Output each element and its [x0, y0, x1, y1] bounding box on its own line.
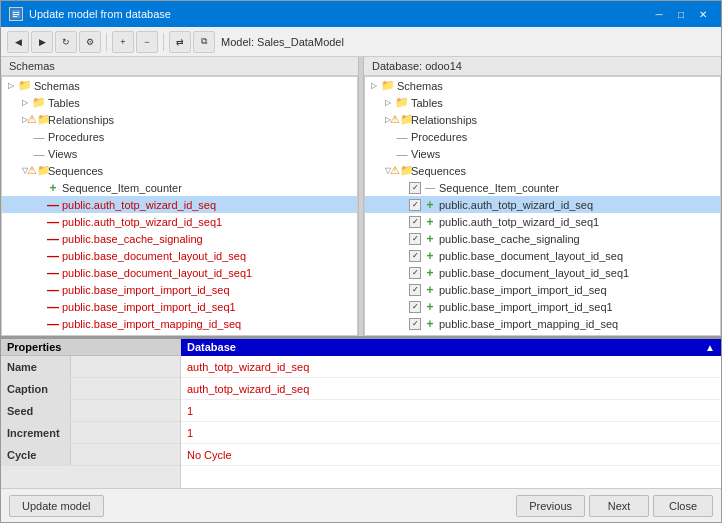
expand-icon: [32, 334, 46, 337]
forward-button[interactable]: ▶: [31, 31, 53, 53]
db-header-expand-icon[interactable]: ▲: [705, 342, 715, 353]
remove-button[interactable]: −: [136, 31, 158, 53]
back-button[interactable]: ◀: [7, 31, 29, 53]
list-item[interactable]: — Procedures: [365, 128, 720, 145]
list-item[interactable]: — public.base_import_import_id_seq1: [2, 298, 357, 315]
list-item[interactable]: ▽ ⚠📁 Sequences: [365, 162, 720, 179]
prop-row-caption: Caption: [1, 378, 180, 400]
folder-icon: 📁: [18, 79, 32, 93]
checkbox[interactable]: ✓: [409, 216, 421, 228]
item-label: public.base_import_import_id_seq1: [439, 301, 613, 313]
expand-icon: [32, 317, 46, 331]
list-item[interactable]: ✓ + public.base_import_mapping_id_seq: [365, 315, 720, 332]
item-label: public.base_import_import_id_seq: [62, 284, 230, 296]
prop-name-value: [71, 365, 180, 369]
list-item[interactable]: ▷ 📁 Schemas: [365, 77, 720, 94]
refresh-button[interactable]: ↻: [55, 31, 77, 53]
checkbox[interactable]: ✓: [409, 284, 421, 296]
expand-icon: [395, 215, 409, 229]
plus-green-icon: +: [423, 317, 437, 331]
prop-row-seed: Seed: [1, 400, 180, 422]
list-item[interactable]: — Views: [365, 145, 720, 162]
prop-increment-label: Increment: [1, 422, 71, 443]
list-item[interactable]: ▷ ⚠📁 Relationships: [365, 111, 720, 128]
list-item[interactable]: ✓ + public.auth_totp_wizard_id_seq: [365, 196, 720, 213]
db-caption-value: auth_totp_wizard_id_seq: [181, 381, 315, 397]
tree-panels: Schemas ▷ 📁 Schemas ▷ 📁 Tables: [1, 57, 721, 338]
list-item[interactable]: ✓ + public.base_import_import_id_seq1: [365, 298, 720, 315]
item-label: Sequences: [411, 165, 466, 177]
item-label: Schemas: [34, 80, 80, 92]
settings-button[interactable]: ⚙: [79, 31, 101, 53]
list-item[interactable]: — public.base_cache_signaling: [2, 230, 357, 247]
right-tree[interactable]: ▷ 📁 Schemas ▷ 📁 Tables ▷ ⚠📁 Relationship…: [364, 76, 721, 336]
list-item[interactable]: — Procedures: [2, 128, 357, 145]
checkbox[interactable]: ✓: [409, 335, 421, 337]
list-item[interactable]: — public.base_import_mapping_id_seq: [2, 315, 357, 332]
list-item[interactable]: ▷ 📁 Tables: [2, 94, 357, 111]
item-label: Tables: [411, 97, 443, 109]
checkbox[interactable]: ✓: [409, 301, 421, 313]
item-label: public.base_cache_signaling: [62, 233, 203, 245]
next-button[interactable]: Next: [589, 495, 649, 517]
copy-button[interactable]: ⧉: [193, 31, 215, 53]
list-item[interactable]: ▷ ⚠📁 Relationships: [2, 111, 357, 128]
list-item[interactable]: — public.base_document_layout_id_seq1: [2, 264, 357, 281]
list-item[interactable]: ✓ + public.base_import_mapping_id_seq1: [365, 332, 720, 336]
list-item[interactable]: — public.base_import_import_id_seq: [2, 281, 357, 298]
left-tree[interactable]: ▷ 📁 Schemas ▷ 📁 Tables ▷ ⚠📁 Relatio: [1, 76, 358, 336]
dash-red-icon: —: [46, 300, 60, 314]
list-item[interactable]: + Sequence_Item_counter: [2, 179, 357, 196]
list-item[interactable]: ✓ + public.base_import_import_id_seq: [365, 281, 720, 298]
prop-cycle-value: [71, 453, 180, 457]
list-item[interactable]: — Views: [2, 145, 357, 162]
footer: Update model Previous Next Close: [1, 488, 721, 522]
add-button[interactable]: +: [112, 31, 134, 53]
checkbox[interactable]: ✓: [409, 199, 421, 211]
list-item[interactable]: — public.auth_totp_wizard_id_seq: [2, 196, 357, 213]
dash-red-icon: —: [46, 334, 60, 337]
close-button[interactable]: ✕: [693, 5, 713, 23]
list-item[interactable]: ✓ + public.base_document_layout_id_seq1: [365, 264, 720, 281]
right-panel: Database: odoo14 ▷ 📁 Schemas ▷ 📁 Tables: [364, 57, 721, 336]
list-item[interactable]: ▽ ⚠📁 Sequences: [2, 162, 357, 179]
db-seed-value: 1: [181, 403, 199, 419]
prop-cycle-label: Cycle: [1, 444, 71, 465]
list-item[interactable]: — public.base_import_mapping_id_seq1: [2, 332, 357, 336]
link-button[interactable]: ⇄: [169, 31, 191, 53]
checkbox[interactable]: ✓: [409, 318, 421, 330]
update-model-button[interactable]: Update model: [9, 495, 104, 517]
warn-folder-icon: ⚠📁: [32, 113, 46, 127]
list-item[interactable]: — public.auth_totp_wizard_id_seq1: [2, 213, 357, 230]
warn-folder-icon2: ⚠📁: [32, 164, 46, 178]
checkbox[interactable]: ✓: [409, 182, 421, 194]
item-label: Procedures: [411, 131, 467, 143]
checkbox[interactable]: ✓: [409, 267, 421, 279]
prop-caption-value: [71, 387, 180, 391]
db-increment-value: 1: [181, 425, 199, 441]
list-item[interactable]: ▷ 📁 Tables: [365, 94, 720, 111]
dash-icon: —: [32, 130, 46, 144]
expand-icon: ▷: [367, 79, 381, 93]
list-item[interactable]: — public.base_document_layout_id_seq: [2, 247, 357, 264]
previous-button[interactable]: Previous: [516, 495, 585, 517]
expand-icon: [18, 130, 32, 144]
toolbar: ◀ ▶ ↻ ⚙ + − ⇄ ⧉ Model: Sales_DataModel: [1, 27, 721, 57]
list-item[interactable]: ✓ — Sequence_Item_counter: [365, 179, 720, 196]
title-bar-controls: ─ □ ✕: [649, 5, 713, 23]
prop-row-cycle: Cycle: [1, 444, 180, 466]
list-item[interactable]: ✓ + public.base_document_layout_id_seq: [365, 247, 720, 264]
item-label: Views: [48, 148, 77, 160]
list-item[interactable]: ✓ + public.auth_totp_wizard_id_seq1: [365, 213, 720, 230]
minimize-button[interactable]: ─: [649, 5, 669, 23]
dash-red-icon: —: [46, 266, 60, 280]
close-dialog-button[interactable]: Close: [653, 495, 713, 517]
bottom-section: Properties Name Caption Seed Increment: [1, 338, 721, 488]
svg-rect-3: [13, 16, 17, 17]
list-item[interactable]: ✓ + public.base_cache_signaling: [365, 230, 720, 247]
checkbox[interactable]: ✓: [409, 233, 421, 245]
svg-rect-2: [13, 14, 19, 15]
maximize-button[interactable]: □: [671, 5, 691, 23]
checkbox[interactable]: ✓: [409, 250, 421, 262]
list-item[interactable]: ▷ 📁 Schemas: [2, 77, 357, 94]
